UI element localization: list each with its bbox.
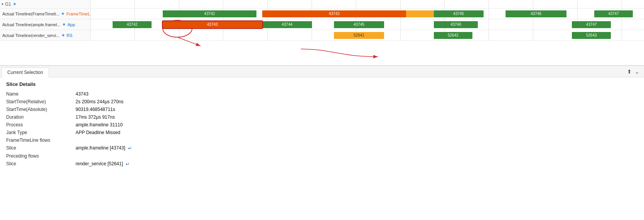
value-slice-1: ample.frameline [43743] ↵ bbox=[76, 144, 638, 152]
pin-icon[interactable]: ⬆ bbox=[627, 69, 632, 75]
value-frametimeline-flows bbox=[76, 136, 638, 144]
row1-label: Actual Timeline(FrameTimeli... bbox=[2, 12, 59, 16]
render-header: Actual Timeline(render_servi... ★ RS bbox=[0, 30, 91, 40]
detail-row-jank: Jank Type APP Deadline Missed bbox=[6, 129, 638, 136]
chevron-icon: ▾ bbox=[2, 2, 3, 6]
timeline-section: ▾ G1 ★ Actual Timeline(FrameTimeli... ★ … bbox=[0, 0, 644, 65]
label-frametimeline-flows: FrameTimeLine flows bbox=[6, 136, 76, 144]
chevron-down-icon[interactable]: ⌄ bbox=[635, 69, 639, 75]
slice2-link-icon[interactable]: ↵ bbox=[126, 161, 130, 167]
value-starttime-abs: 90319.468548711s bbox=[76, 106, 638, 113]
detail-row-duration: Duration 17ms 372μs 917ns bbox=[6, 113, 638, 121]
value-name: 43743 bbox=[76, 90, 638, 98]
current-selection-tab[interactable]: Current Selection bbox=[2, 67, 49, 77]
label-starttime-rel: StartTime(Relative) bbox=[6, 98, 76, 106]
detail-table: Name 43743 StartTime(Relative) 2s 200ms … bbox=[6, 90, 638, 168]
bar-43745-ft[interactable]: 43745 bbox=[434, 10, 484, 17]
panel-content: Slice Details Name 43743 StartTime(Relat… bbox=[0, 77, 644, 220]
value-starttime-rel: 2s 200ms 244μs 270ns bbox=[76, 98, 638, 106]
label-name: Name bbox=[6, 90, 76, 98]
bar-43747-amp[interactable]: 43747 bbox=[572, 21, 610, 28]
detail-row-preceding-flows: Preceding flows bbox=[6, 152, 638, 160]
bar-52643-rs[interactable]: 52643 bbox=[572, 32, 610, 39]
tab-bar-right: ⬆ ⌄ bbox=[627, 69, 642, 75]
bar-43746-amp[interactable]: 43746 bbox=[434, 21, 478, 28]
ample-track[interactable]: 43742 43743 52639 5... 43744 43745 43746… bbox=[91, 19, 644, 30]
row3-tag: RS bbox=[67, 33, 72, 38]
bar-43744-amp[interactable]: 43744 bbox=[262, 21, 312, 28]
render-track[interactable]: 52641 52642 52643 bbox=[91, 30, 644, 40]
frametimeline-track[interactable]: 43742 43744 43743 43745 43746 43747 bbox=[91, 8, 644, 19]
row1-star-icon: ★ bbox=[61, 11, 65, 16]
value-jank: APP Deadline Missed bbox=[76, 129, 638, 136]
slice-details-title: Slice Details bbox=[6, 81, 638, 87]
bar-52642-rs[interactable]: 52642 bbox=[434, 32, 472, 39]
detail-row-slice-1: Slice ample.frameline [43743] ↵ bbox=[6, 144, 638, 152]
detail-row-frametimeline-flows: FrameTimeLine flows bbox=[6, 136, 638, 144]
bar-43745-amp[interactable]: 43745 bbox=[334, 21, 384, 28]
bar-52641-rs[interactable]: 52641 bbox=[334, 32, 384, 39]
g1-label: G1 bbox=[5, 2, 11, 7]
app-container: ▾ G1 ★ Actual Timeline(FrameTimeli... ★ … bbox=[0, 0, 644, 220]
frametimeline-header: Actual Timeline(FrameTimeli... ★ FrameTi… bbox=[0, 8, 91, 19]
row3-label: Actual Timeline(render_servi... bbox=[2, 33, 60, 38]
slice2-text: render_service [52641] bbox=[76, 161, 123, 166]
ample-header: Actual Timeline(ample.framel... ★ App bbox=[0, 19, 91, 30]
bar-43746-ft[interactable]: 43746 bbox=[506, 10, 566, 17]
render-row: Actual Timeline(render_servi... ★ RS 526… bbox=[0, 30, 644, 41]
g1-track[interactable] bbox=[91, 0, 644, 8]
detail-row-slice-2: Slice render_service [52641] ↵ bbox=[6, 160, 638, 168]
tab-bar-left: Current Selection bbox=[2, 66, 50, 77]
g1-star-icon: ★ bbox=[13, 2, 17, 7]
detail-row-process: Process ample.frameline 31110 bbox=[6, 121, 638, 129]
value-slice-2: render_service [52641] ↵ bbox=[76, 160, 638, 168]
value-process: ample.frameline 31110 bbox=[76, 121, 638, 129]
slice1-link-icon[interactable]: ↵ bbox=[128, 146, 132, 151]
detail-row-starttime-abs: StartTime(Absolute) 90319.468548711s bbox=[6, 106, 638, 113]
detail-row-starttime-rel: StartTime(Relative) 2s 200ms 244μs 270ns bbox=[6, 98, 638, 106]
slice1-text: ample.frameline [43743] bbox=[76, 145, 125, 151]
g1-header: ▾ G1 ★ bbox=[0, 0, 91, 8]
label-slice-2: Slice bbox=[6, 160, 76, 168]
bar-43742-ft[interactable]: 43742 bbox=[163, 10, 257, 17]
label-process: Process bbox=[6, 121, 76, 129]
g1-row: ▾ G1 ★ bbox=[0, 0, 644, 8]
label-slice-1: Slice bbox=[6, 144, 76, 152]
detail-row-name: Name 43743 bbox=[6, 90, 638, 98]
tab-bar: Current Selection ⬆ ⌄ bbox=[0, 66, 644, 77]
row2-star-icon: ★ bbox=[62, 22, 66, 27]
label-starttime-abs: StartTime(Absolute) bbox=[6, 106, 76, 113]
value-duration: 17ms 372μs 917ns bbox=[76, 113, 638, 121]
row2-label: Actual Timeline(ample.framel... bbox=[2, 22, 61, 27]
ample-row: Actual Timeline(ample.framel... ★ App 43… bbox=[0, 19, 644, 30]
bar-43743-amp-selected[interactable]: 43743 bbox=[163, 21, 262, 28]
row3-star-icon: ★ bbox=[61, 33, 65, 38]
value-preceding-flows bbox=[76, 152, 638, 160]
frametimeline-row: Actual Timeline(FrameTimeli... ★ FrameTi… bbox=[0, 8, 644, 19]
bar-43743-ft[interactable]: 43743 bbox=[262, 10, 406, 17]
bottom-panel: Current Selection ⬆ ⌄ Slice Details Name… bbox=[0, 65, 644, 220]
label-preceding-flows: Preceding flows bbox=[6, 152, 76, 160]
tab-label: Current Selection bbox=[7, 70, 43, 75]
bar-43742-amp[interactable]: 43742 bbox=[113, 21, 151, 28]
label-jank: Jank Type bbox=[6, 129, 76, 136]
row1-tag: FrameTimeLine bbox=[66, 12, 91, 16]
bar-43747-ft[interactable]: 43747 bbox=[594, 10, 633, 17]
label-duration: Duration bbox=[6, 113, 76, 121]
row2-tag: App bbox=[67, 22, 75, 27]
